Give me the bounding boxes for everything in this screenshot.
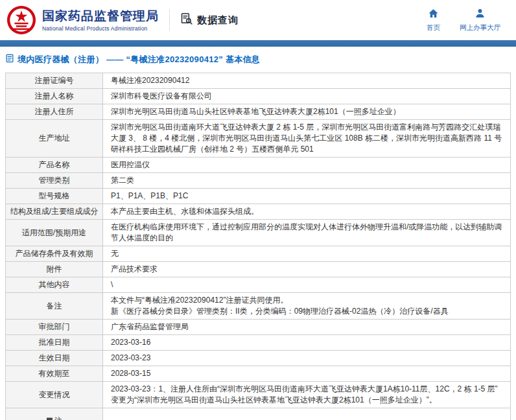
field-label: 适用范围/预期用途 <box>6 220 103 246</box>
field-label: 型号规格 <box>6 189 103 204</box>
header: 国家药品监督管理局 National Medical Products Admi… <box>0 0 516 40</box>
org-name-cn: 国家药品监督管理局 <box>42 8 159 24</box>
nav-home[interactable]: 首页 <box>427 8 440 32</box>
table-row: 审批部门 广东省药品监督管理局 <box>6 320 511 335</box>
registration-info-table: 注册证编号 粤械注准20232090412 注册人名称 深圳市科曼医疗设备有限公… <box>5 73 511 420</box>
table-row: 有效期至 2028-03-15 <box>6 366 511 382</box>
table-row: 结构及组成/主要组成成分 本产品主要由主机、水毯和体温探头组成。 <box>6 204 511 220</box>
field-label: 有效期至 <box>6 366 103 382</box>
table-row: 注 详情 <box>6 408 511 420</box>
field-label: 注册证编号 <box>6 73 103 89</box>
field-value: 广东省药品监督管理局 <box>103 320 511 335</box>
nav-online-hall-label: 网上办事大厅 <box>460 23 500 32</box>
field-label: 变更情况 <box>6 382 103 408</box>
field-value: 医用控温仪 <box>103 158 511 173</box>
field-value: 深圳市光明区马田街道南环大道飞亚达钟表大厦 2 栋 1-5 层，深圳市光明区马田… <box>103 120 511 158</box>
field-value: 本产品主要由主机、水毯和体温探头组成。 <box>103 204 511 220</box>
person-icon <box>475 8 486 21</box>
header-nav: 首页 网上办事大厅 <box>427 8 506 32</box>
field-value: 粤械注准20232090412 <box>103 73 511 89</box>
field-label: 管理类别 <box>6 173 103 189</box>
field-value: 2023-03-23 <box>103 351 511 366</box>
table-row: 注册人住所 深圳市光明区马田街道马山头社区钟表基地飞亚达钟表大厦2栋101（一照… <box>6 104 511 120</box>
field-value: P1、P1A、P1B、P1C <box>103 189 511 204</box>
document-search-icon <box>180 12 193 28</box>
field-label: 其他内容 <box>6 277 103 293</box>
table-row: 型号规格 P1、P1A、P1B、P1C <box>6 189 511 204</box>
table-row: 产品名称 医用控温仪 <box>6 158 511 173</box>
table-row: 适用范围/预期用途 在医疗机构临床使用环境下，通过控制应用部分的温度实现对人体进… <box>6 220 511 246</box>
field-value: 在医疗机构临床使用环境下，通过控制应用部分的温度实现对人体进行体外物理升温和/或… <box>103 220 511 246</box>
field-label: 批准日期 <box>6 335 103 351</box>
field-label: 附件 <box>6 262 103 277</box>
table-row: 产品储存条件及有效期 无 <box>6 246 511 262</box>
field-label: 产品储存条件及有效期 <box>6 246 103 262</box>
field-value: 深圳市光明区马田街道马山头社区钟表基地飞亚达钟表大厦2栋101（一照多址企业） <box>103 104 511 120</box>
field-label: 注册人名称 <box>6 89 103 104</box>
table-row: 注册证编号 粤械注准20232090412 <box>6 73 511 89</box>
table-row: 批准日期 2023-03-16 <box>6 335 511 351</box>
field-value: 深圳市科曼医疗设备有限公司 <box>103 89 511 104</box>
field-label: 注册人住所 <box>6 104 103 120</box>
table-row: 变更情况 2023-03-23：1、注册人住所由“深圳市光明区马田街道南环大道飞… <box>6 382 511 408</box>
field-label: 注 <box>54 416 62 420</box>
field-value: 2023-03-23：1、注册人住所由“深圳市光明区马田街道南环大道飞亚达钟表大… <box>103 382 511 408</box>
home-icon <box>428 8 439 21</box>
nav-online-hall[interactable]: 网上办事大厅 <box>460 8 500 32</box>
table-row: 注册人名称 深圳市科曼医疗设备有限公司 <box>6 89 511 104</box>
document-icon <box>5 54 14 65</box>
header-accent-bar <box>0 40 516 47</box>
field-label: 生产地址 <box>6 120 103 158</box>
field-label: 结构及组成/主要组成成分 <box>6 204 103 220</box>
field-label: 备注 <box>6 293 103 320</box>
header-divider <box>169 9 170 31</box>
field-label-note: 注 <box>6 408 103 420</box>
field-value: 第二类 <box>103 173 511 189</box>
page-title: 境内医疗器械（注册） —— “粤械注准20232090412” 基本信息 <box>18 54 260 65</box>
national-emblem-icon <box>6 5 36 35</box>
table-row: 附件 产品技术要求 <box>6 262 511 277</box>
table-row: 管理类别 第二类 <box>6 173 511 189</box>
data-query-section[interactable]: 数据查询 <box>180 12 239 28</box>
field-value: 详情 <box>103 408 511 420</box>
org-name-en: National Medical Products Administration <box>42 25 159 32</box>
field-value: 2028-03-15 <box>103 366 511 382</box>
nav-home-label: 首页 <box>427 23 440 32</box>
table-row: 生效日期 2023-03-23 <box>6 351 511 366</box>
org-names: 国家药品监督管理局 National Medical Products Admi… <box>42 8 159 32</box>
comment-icon <box>46 416 53 420</box>
field-label: 审批部门 <box>6 320 103 335</box>
field-label: 产品名称 <box>6 158 103 173</box>
field-value: 2023-03-16 <box>103 335 511 351</box>
field-label: 生效日期 <box>6 351 103 366</box>
field-value: 无 <box>103 246 511 262</box>
field-value: 产品技术要求 <box>103 262 511 277</box>
table-row: 其他内容 \ <box>6 277 511 293</box>
table-row: 生产地址 深圳市光明区马田街道南环大道飞亚达钟表大厦 2 栋 1-5 层，深圳市… <box>6 120 511 158</box>
field-value: \ <box>103 277 511 293</box>
data-query-label: 数据查询 <box>197 14 239 27</box>
page-title-row: 境内医疗器械（注册） —— “粤械注准20232090412” 基本信息 <box>0 47 516 71</box>
table-row: 备注 本文件与“粤械注准20232090412”注册证共同使用。 新《医疗器械分… <box>6 293 511 320</box>
field-value: 本文件与“粤械注准20232090412”注册证共同使用。 新《医疗器械分类目录… <box>103 293 511 320</box>
